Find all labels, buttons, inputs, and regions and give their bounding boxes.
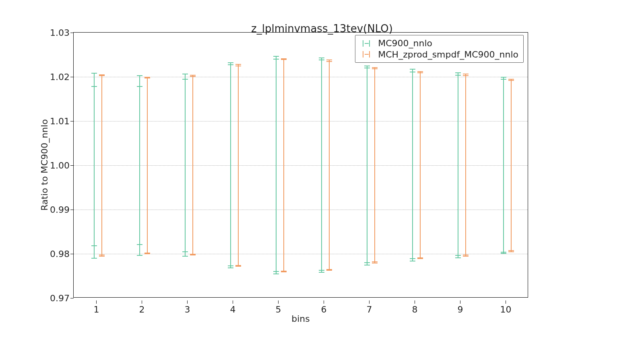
cap-top: [501, 77, 506, 78]
xtick-label: 8: [412, 304, 418, 315]
y-axis-label: Ratio to MC900_nnlo: [39, 119, 50, 210]
cap-q1: [182, 251, 188, 252]
cap-top: [364, 66, 370, 66]
legend-label: MCH_zprod_smpdf_MC900_nnlo: [378, 49, 518, 60]
cap-q1: [501, 252, 506, 253]
cap-bottom: [137, 255, 142, 256]
figure: z_lplminvmass_13tev(NLO) 0.970.980.991.0…: [0, 0, 644, 362]
cap-bottom: [455, 257, 461, 258]
cap-top: [235, 64, 241, 65]
xtick-label: 4: [230, 304, 236, 315]
cap-q1: [319, 270, 324, 271]
cap-q3: [182, 79, 188, 80]
cap-bottom: [99, 256, 105, 257]
cap-top: [463, 74, 469, 74]
cap-bottom: [501, 253, 506, 254]
cap-top: [455, 72, 461, 73]
ytick-label: 0.99: [50, 205, 74, 215]
cap-bottom: [417, 258, 423, 259]
legend: MC900_nnloMCH_zprod_smpdf_MC900_nnlo: [355, 35, 524, 63]
ytick-label: 0.98: [50, 249, 74, 259]
x-axis-label: bins: [73, 314, 528, 324]
cap-q1: [137, 244, 142, 245]
cap-top: [319, 58, 324, 58]
xtick-label: 7: [367, 304, 372, 315]
cap-q3: [190, 76, 196, 77]
cap-q1: [455, 255, 461, 256]
cap-q3: [99, 75, 105, 76]
gridline: [74, 165, 528, 166]
cap-bottom: [228, 267, 233, 268]
xtick-label: 2: [139, 304, 145, 315]
legend-entry: MCH_zprod_smpdf_MC900_nnlo: [359, 49, 518, 60]
cap-top: [410, 69, 415, 70]
cap-q3: [501, 79, 506, 80]
cap-q3: [326, 61, 332, 62]
cap-top: [326, 60, 332, 60]
cap-q1: [410, 258, 415, 259]
cap-q3: [410, 72, 415, 72]
gridline: [74, 121, 528, 121]
cap-bottom: [372, 263, 378, 263]
cap-bottom: [410, 261, 415, 261]
cap-q3: [235, 66, 241, 66]
cap-top: [372, 67, 378, 68]
ytick-label: 0.97: [50, 293, 74, 303]
legend-label: MC900_nnlo: [378, 38, 432, 49]
cap-bottom: [235, 266, 241, 267]
cap-bottom: [190, 255, 196, 255]
cap-q1: [273, 271, 279, 272]
ytick-label: 1.02: [50, 72, 74, 82]
cap-q3: [319, 60, 324, 60]
cap-top: [182, 74, 188, 74]
cap-bottom: [319, 272, 324, 273]
ytick-label: 1.01: [50, 116, 74, 126]
cap-top: [508, 79, 514, 80]
cap-bottom: [326, 270, 332, 271]
xtick-label: 1: [94, 304, 99, 315]
gridline: [74, 77, 528, 77]
cap-top: [91, 73, 97, 74]
gridline: [74, 254, 528, 254]
cap-bottom: [182, 256, 188, 257]
cap-bottom: [281, 272, 287, 272]
cap-top: [417, 71, 423, 72]
cap-q3: [228, 64, 233, 65]
cap-top: [137, 75, 142, 76]
cap-top: [273, 56, 279, 57]
ytick-label: 1.00: [50, 160, 74, 171]
cap-top: [190, 75, 196, 76]
legend-glyph: [359, 40, 374, 47]
cap-q3: [137, 86, 142, 87]
cap-q3: [364, 68, 370, 68]
gridline: [74, 210, 528, 210]
cap-bottom: [463, 256, 469, 257]
cap-q3: [455, 75, 461, 76]
xtick-label: 5: [276, 304, 281, 315]
cap-bottom: [364, 265, 370, 265]
cap-q3: [372, 68, 378, 69]
cap-q1: [91, 245, 97, 246]
cap-q3: [417, 72, 423, 73]
xtick-label: 6: [321, 304, 327, 315]
cap-top: [228, 62, 233, 63]
cap-q3: [144, 78, 150, 78]
cap-bottom: [273, 274, 279, 274]
ytick-label: 1.03: [50, 28, 74, 38]
cap-q1: [364, 262, 370, 263]
cap-bottom: [91, 258, 97, 259]
cap-q1: [228, 265, 233, 266]
cap-q3: [281, 59, 287, 60]
cap-q3: [508, 80, 514, 81]
cap-q3: [273, 59, 279, 60]
cap-q3: [463, 75, 469, 76]
xtick-label: 3: [185, 304, 190, 315]
cap-bottom: [508, 251, 514, 252]
cap-q3: [91, 86, 97, 87]
legend-glyph: [359, 51, 374, 58]
plot-area: 0.970.980.991.001.011.021.0312345678910M…: [73, 32, 528, 298]
cap-bottom: [144, 253, 150, 254]
legend-entry: MC900_nnlo: [359, 38, 518, 49]
xtick-label: 10: [500, 304, 512, 315]
xtick-label: 9: [458, 304, 463, 315]
